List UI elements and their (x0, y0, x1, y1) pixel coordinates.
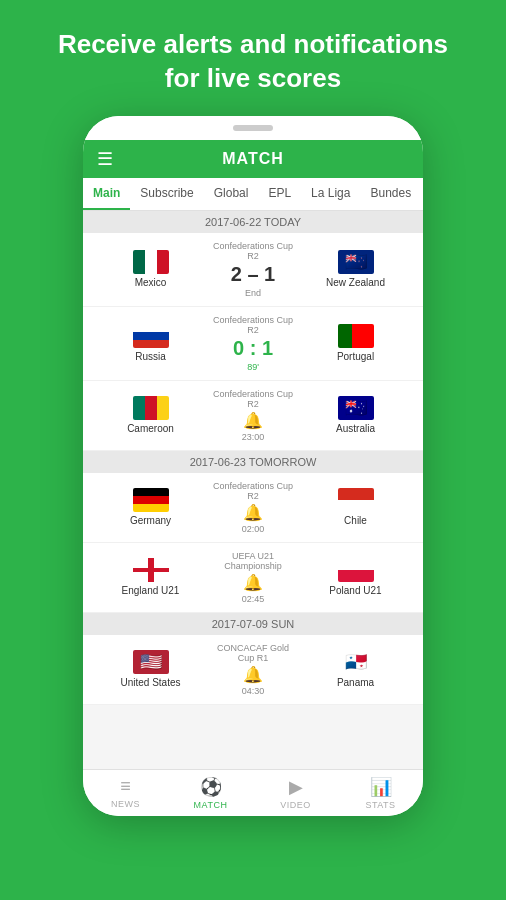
flag-germany (133, 488, 169, 512)
nav-item-news[interactable]: ≡ NEWS (83, 770, 168, 816)
date-header-sun: 2017-07-09 SUN (83, 613, 423, 635)
tab-bundes[interactable]: Bundes (360, 178, 421, 210)
match-time: 02:45 (242, 594, 265, 604)
team-name: United States (120, 677, 180, 688)
tab-laliga[interactable]: La Liga (301, 178, 360, 210)
news-icon: ≡ (120, 776, 131, 797)
flag-poland (338, 558, 374, 582)
nav-item-match[interactable]: ⚽ MATCH (168, 770, 253, 816)
match-row[interactable]: England U21 UEFA U21 Championship 🔔 02:4… (83, 543, 423, 613)
nav-label-match: MATCH (194, 800, 228, 810)
score: 2 – 1 (231, 263, 275, 286)
flag-new-zealand (338, 250, 374, 274)
flag-mexico (133, 250, 169, 274)
match-status: End (245, 288, 261, 298)
date-header-tomorrow: 2017-06-23 TOMORROW (83, 451, 423, 473)
match-status: 89' (247, 362, 259, 372)
tab-global[interactable]: Global (204, 178, 259, 210)
match-row[interactable]: Russia Confederations Cup R2 0 : 1 89' P… (83, 307, 423, 381)
match-row[interactable]: Germany Confederations Cup R2 🔔 02:00 Ch… (83, 473, 423, 543)
flag-panama (338, 650, 374, 674)
match-time: 23:00 (242, 432, 265, 442)
competition-label: Confederations Cup R2 (208, 315, 298, 335)
flag-portugal (338, 324, 374, 348)
bell-icon[interactable]: 🔔 (243, 503, 263, 522)
score: 0 : 1 (233, 337, 273, 360)
date-header-today: 2017-06-22 TODAY (83, 211, 423, 233)
match-row[interactable]: Mexico Confederations Cup R2 2 – 1 End N… (83, 233, 423, 307)
nav-label-video: VIDEO (280, 800, 311, 810)
match-time: 04:30 (242, 686, 265, 696)
team-name: Mexico (135, 277, 167, 288)
tab-epl[interactable]: EPL (258, 178, 301, 210)
competition-label: UEFA U21 Championship (208, 551, 298, 571)
tab-main[interactable]: Main (83, 178, 130, 210)
team-name: Poland U21 (329, 585, 381, 596)
flag-chile (338, 488, 374, 512)
bottom-nav: ≡ NEWS ⚽ MATCH ▶ VIDEO 📊 STATS (83, 769, 423, 816)
team-name: New Zealand (326, 277, 385, 288)
nav-item-video[interactable]: ▶ VIDEO (253, 770, 338, 816)
match-row[interactable]: Cameroon Confederations Cup R2 🔔 23:00 A… (83, 381, 423, 451)
nav-label-news: NEWS (111, 799, 140, 809)
competition-label: Confederations Cup R2 (208, 389, 298, 409)
flag-australia (338, 396, 374, 420)
flag-england (133, 558, 169, 582)
phone-frame: ☰ MATCH Main Subscribe Global EPL La Lig… (83, 116, 423, 816)
match-time: 02:00 (242, 524, 265, 534)
competition-label: Confederations Cup R2 (208, 241, 298, 261)
team-name: England U21 (122, 585, 180, 596)
bell-icon[interactable]: 🔔 (243, 411, 263, 430)
flag-us (133, 650, 169, 674)
phone-speaker (233, 125, 273, 131)
competition-label: Confederations Cup R2 (208, 481, 298, 501)
flag-russia (133, 324, 169, 348)
bell-icon[interactable]: 🔔 (243, 665, 263, 684)
top-promo-text: Receive alerts and notificationsfor live… (0, 0, 506, 116)
nav-label-stats: STATS (365, 800, 395, 810)
team-name: Panama (337, 677, 374, 688)
app-header-title: MATCH (222, 150, 284, 168)
team-name: Australia (336, 423, 375, 434)
bell-icon[interactable]: 🔔 (243, 573, 263, 592)
competition-label: CONCACAF Gold Cup R1 (208, 643, 298, 663)
team-name: Chile (344, 515, 367, 526)
tabs-bar: Main Subscribe Global EPL La Liga Bundes (83, 178, 423, 211)
team-name: Germany (130, 515, 171, 526)
flag-cameroon (133, 396, 169, 420)
team-name: Cameroon (127, 423, 174, 434)
tab-subscribe[interactable]: Subscribe (130, 178, 203, 210)
nav-item-stats[interactable]: 📊 STATS (338, 770, 423, 816)
hamburger-icon[interactable]: ☰ (97, 148, 113, 170)
app-header: ☰ MATCH (83, 140, 423, 178)
stats-icon: 📊 (370, 776, 392, 798)
match-row[interactable]: United States CONCACAF Gold Cup R1 🔔 04:… (83, 635, 423, 705)
team-name: Portugal (337, 351, 374, 362)
video-icon: ▶ (289, 776, 303, 798)
matches-content: 2017-06-22 TODAY Mexico Confederations C… (83, 211, 423, 769)
team-name: Russia (135, 351, 166, 362)
match-icon: ⚽ (200, 776, 222, 798)
